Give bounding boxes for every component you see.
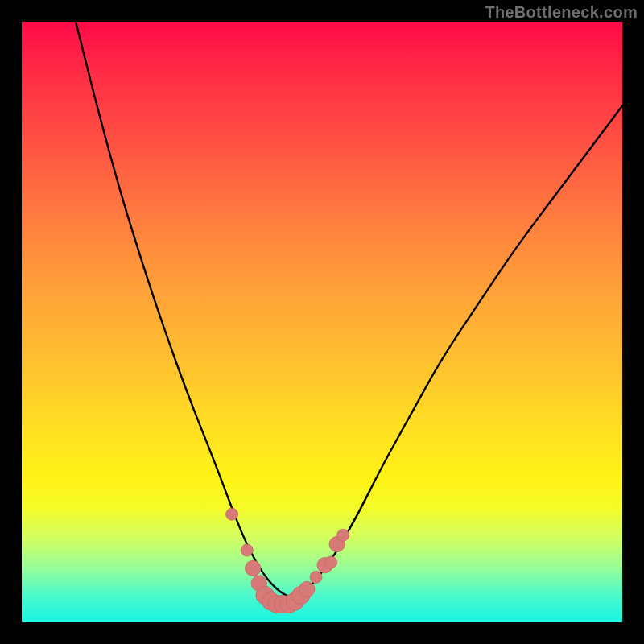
flat-region-markers (226, 508, 349, 613)
curve-marker (246, 560, 261, 576)
curve-marker (299, 581, 315, 597)
watermark-text: TheBottleneck.com (485, 3, 638, 22)
curve-marker (310, 572, 322, 584)
curve-marker (337, 529, 349, 541)
bottleneck-curve (76, 22, 622, 597)
curve-marker (325, 556, 337, 568)
curve-marker (241, 544, 253, 556)
curve-marker (226, 508, 238, 520)
chart-svg (22, 22, 622, 622)
chart-frame (22, 22, 622, 622)
